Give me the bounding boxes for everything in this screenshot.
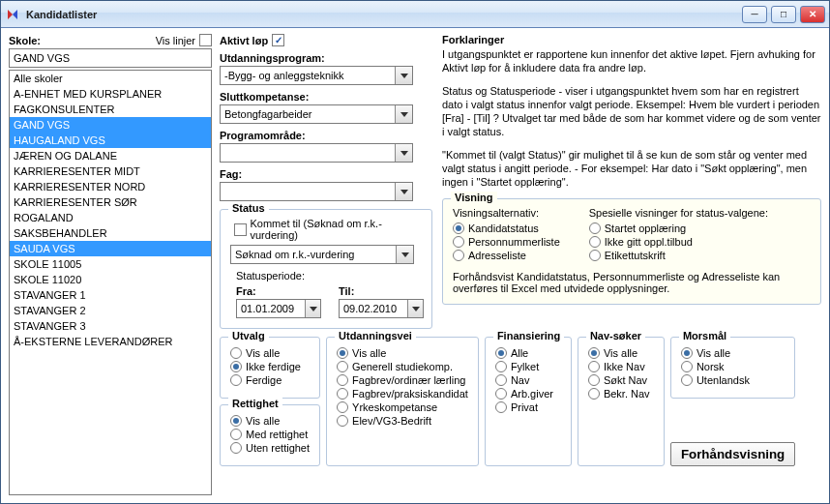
utvalg-option[interactable]: Ikke ferdige — [230, 361, 310, 372]
finansiering-option[interactable]: Nav — [495, 374, 561, 386]
sluttkompetanse-combo[interactable]: Betongfagarbeider — [220, 104, 413, 124]
radio-icon — [337, 388, 348, 400]
list-item[interactable]: JÆREN OG DALANE — [10, 148, 211, 163]
radio-icon — [453, 236, 464, 248]
utdanningsvei-option[interactable]: Vis alle — [337, 347, 468, 359]
visningsalternativ-label: Visningsalternativ: — [453, 207, 560, 219]
fag-label: Fag: — [220, 168, 432, 180]
rettighet-option[interactable]: Vis alle — [230, 415, 310, 427]
utdanningsvei-option[interactable]: Elev/VG3-Bedrift — [337, 415, 468, 427]
list-item[interactable]: Å-EKSTERNE LEVERANDØRER — [10, 334, 211, 349]
radio-label: Vis alle — [246, 347, 280, 359]
visning-right-option[interactable]: Etikettutskrift — [589, 250, 768, 261]
programomrade-combo[interactable] — [220, 143, 413, 163]
list-item[interactable]: KARRIERESENTER MIDT — [10, 163, 211, 179]
minimize-button[interactable]: ─ — [742, 6, 767, 23]
navsoker-option[interactable]: Ikke Nav — [588, 361, 654, 372]
spesielle-visninger-label: Spesielle visninger for status-valgene: — [589, 207, 768, 219]
radio-icon — [230, 415, 242, 427]
list-item[interactable]: SAKSBEHANDLER — [10, 225, 211, 241]
aktivt-lop-checkbox[interactable]: ✓ — [272, 34, 284, 46]
visning-right-option[interactable]: Startet opplæring — [589, 222, 768, 234]
list-item[interactable]: ROGALAND — [10, 210, 211, 225]
radio-icon — [495, 347, 507, 359]
vis-linjer-label: Vis linjer — [156, 35, 195, 46]
forhandsvisning-button[interactable]: Forhåndsvisning — [670, 442, 795, 466]
radio-label: Fagbrev/ordinær lærling — [352, 374, 465, 386]
navsoker-option[interactable]: Vis alle — [588, 347, 654, 359]
list-item[interactable]: Alle skoler — [10, 71, 211, 86]
rettighet-group: Rettighet Vis alleMed rettighetUten rett… — [220, 404, 320, 466]
list-item[interactable]: STAVANGER 3 — [10, 318, 211, 334]
list-item[interactable]: SKOLE 11020 — [10, 272, 211, 287]
titlebar[interactable]: Kandidatlister ─ □ ✕ — [1, 1, 829, 28]
list-item[interactable]: GAND VGS — [10, 117, 211, 133]
window-title: Kandidatlister — [26, 9, 742, 20]
chevron-down-icon — [395, 105, 412, 123]
vis-linjer-checkbox[interactable] — [199, 34, 212, 46]
radio-label: Vis alle — [246, 415, 280, 427]
morsmal-option[interactable]: Norsk — [681, 361, 785, 372]
filters-column: Aktivt løp ✓ Utdanningsprogram: -Bygg- o… — [220, 34, 432, 329]
list-item[interactable]: KARRIERESENTER SØR — [10, 194, 211, 210]
list-item[interactable]: FAGKONSULENTER — [10, 102, 211, 117]
utdanningsvei-option[interactable]: Generell studiekomp. — [337, 361, 468, 372]
visning-right-option[interactable]: Ikke gitt oppl.tilbud — [589, 236, 768, 248]
list-item[interactable]: STAVANGER 1 — [10, 287, 211, 303]
morsmal-option[interactable]: Vis alle — [681, 347, 785, 359]
radio-icon — [681, 361, 693, 372]
skole-input[interactable] — [9, 48, 212, 68]
utdanningsvei-option[interactable]: Fagbrev/ordinær lærling — [337, 374, 468, 386]
sluttkompetanse-label: Sluttkompetanse: — [220, 91, 432, 103]
list-item[interactable]: HAUGALAND VGS — [10, 133, 211, 148]
chevron-down-icon — [305, 300, 320, 317]
bottom-row: Utvalg Vis alleIkke ferdigeFerdige Retti… — [220, 337, 821, 466]
radio-icon — [337, 374, 348, 386]
close-button[interactable]: ✕ — [800, 6, 825, 23]
utdanningsvei-group: Utdanningsvei Vis alleGenerell studiekom… — [326, 337, 479, 466]
radio-icon — [230, 374, 242, 386]
utvalg-option[interactable]: Vis alle — [230, 347, 310, 359]
finansiering-option[interactable]: Alle — [495, 347, 561, 359]
skole-list[interactable]: Alle skolerA-ENHET MED KURSPLANERFAGKONS… — [9, 70, 212, 495]
visning-left-option[interactable]: Adresseliste — [453, 250, 560, 261]
list-item[interactable]: SAUDA VGS — [10, 241, 211, 256]
explanation-column: Forklaringer I utgangspunktet er rapport… — [442, 34, 821, 329]
til-date-input[interactable]: 09.02.2010 — [339, 299, 424, 318]
morsmal-option[interactable]: Utenlandsk — [681, 374, 785, 386]
status-combo[interactable]: Søknad om r.k.-vurdering — [230, 245, 414, 264]
radio-icon — [588, 388, 600, 400]
utdanningsvei-option[interactable]: Fagbrev/praksiskandidat — [337, 388, 468, 400]
finansiering-option[interactable]: Fylket — [495, 361, 561, 372]
visning-left-option[interactable]: Kandidatstatus — [453, 222, 560, 234]
radio-label: Alle — [511, 347, 528, 359]
kommet-til-checkbox[interactable] — [234, 223, 247, 236]
list-item[interactable]: STAVANGER 2 — [10, 303, 211, 318]
visning-left-option[interactable]: Personnummerliste — [453, 236, 560, 248]
radio-icon — [495, 401, 507, 413]
morsmal-group: Morsmål Vis alleNorskUtenlandsk — [670, 337, 795, 399]
rettighet-option[interactable]: Uten rettighet — [230, 442, 310, 454]
navsoker-option[interactable]: Søkt Nav — [588, 374, 654, 386]
list-item[interactable]: KARRIERESENTER NORD — [10, 179, 211, 194]
maximize-button[interactable]: □ — [771, 6, 796, 23]
finansiering-option[interactable]: Arb.giver — [495, 388, 561, 400]
list-item[interactable]: SKOLE 11005 — [10, 256, 211, 272]
radio-label: Uten rettighet — [246, 442, 310, 454]
radio-icon — [589, 222, 601, 234]
utdanningsprogram-combo[interactable]: -Bygg- og anleggsteknikk — [220, 66, 413, 85]
list-item[interactable]: A-ENHET MED KURSPLANER — [10, 86, 211, 102]
utdanningsprogram-label: Utdanningsprogram: — [220, 52, 432, 64]
radio-label: Fylket — [511, 361, 539, 372]
forklaringer-p1: I utgangspunktet er rapportene kun innen… — [442, 47, 821, 74]
rettighet-option[interactable]: Med rettighet — [230, 429, 310, 440]
fag-combo[interactable] — [220, 182, 413, 201]
skole-label: Skole: — [9, 35, 41, 46]
radio-label: Søkt Nav — [604, 374, 647, 386]
kommet-til-label: Kommet til (Søknad om r.k.-vurdering) — [251, 218, 423, 241]
fra-date-input[interactable]: 01.01.2009 — [236, 299, 321, 318]
navsoker-option[interactable]: Bekr. Nav — [588, 388, 654, 400]
finansiering-option[interactable]: Privat — [495, 401, 561, 413]
utdanningsvei-option[interactable]: Yrkeskompetanse — [337, 401, 468, 413]
utvalg-option[interactable]: Ferdige — [230, 374, 310, 386]
